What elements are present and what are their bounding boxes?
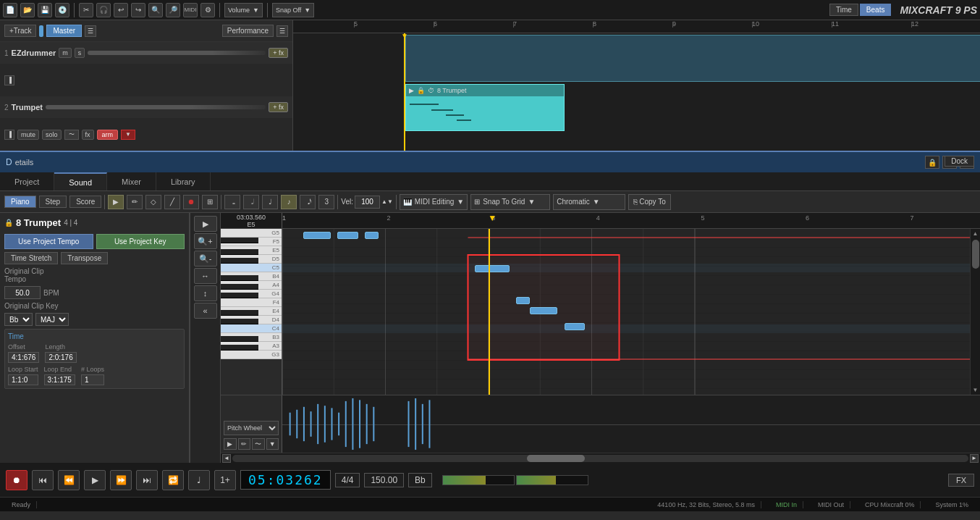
snap-to-grid-dropdown[interactable]: ⊞ Snap To Grid ▼ — [470, 194, 550, 210]
record-button[interactable]: ⏺ — [6, 470, 28, 490]
key-ds5[interactable] — [221, 249, 258, 255]
play-transport-button[interactable]: ▶ — [84, 470, 106, 490]
key-g3[interactable]: G3 — [221, 351, 282, 359]
pitch-content[interactable] — [282, 395, 980, 453]
midi-tab-score[interactable]: Score — [69, 196, 101, 208]
key-bb3[interactable] — [221, 336, 258, 342]
bpm-input[interactable] — [4, 286, 41, 299]
tab-mixer[interactable]: Mixer — [107, 172, 156, 190]
scroll-left-arrow[interactable]: ◄ — [222, 454, 231, 463]
master-button[interactable]: Master — [46, 25, 82, 37]
note-half-button[interactable]: 𝅗𝅥 — [243, 195, 259, 209]
disk-icon[interactable]: 💿 — [55, 3, 69, 17]
count-in-button[interactable]: 1+ — [214, 470, 236, 490]
volume-dropdown[interactable]: Volume ▼ — [224, 3, 263, 17]
tab-sound[interactable]: Sound — [54, 172, 107, 190]
copy-to-button[interactable]: ⎘ Copy To — [628, 194, 671, 210]
loop-button[interactable]: 🔁 — [162, 470, 184, 490]
save-icon[interactable]: 💾 — [38, 3, 52, 17]
grid-tool-button[interactable]: ⊞ — [202, 195, 218, 209]
note-3[interactable] — [365, 232, 379, 239]
note-grid[interactable] — [282, 229, 970, 395]
time-button[interactable]: Time — [829, 4, 858, 16]
scissors-icon[interactable]: ✂ — [79, 3, 93, 17]
record-tool-button[interactable]: ⏺ — [183, 195, 199, 209]
flip-h-button[interactable]: ↔ — [194, 268, 217, 284]
note-sixteenth-button[interactable]: 𝅘𝅥𝅯 — [300, 195, 316, 209]
note-e4[interactable] — [530, 307, 557, 314]
key-c5[interactable]: C5 — [221, 264, 282, 272]
scroll-down-arrow[interactable]: ▼ — [973, 387, 979, 393]
grid-scroll-h[interactable]: ◄ ► — [221, 453, 980, 463]
track-2-solo-button[interactable]: solo — [42, 130, 62, 140]
midi-tab-step[interactable]: Step — [39, 196, 67, 208]
track-1-fx-button[interactable]: + fx — [269, 48, 288, 58]
key-c4[interactable]: C4 — [221, 324, 282, 333]
draw-tool-button[interactable]: ✏ — [127, 195, 143, 209]
redo-icon[interactable]: ↪ — [131, 3, 145, 17]
new-icon[interactable]: 📄 — [3, 3, 17, 17]
key-cs5[interactable] — [221, 258, 258, 264]
scroll-h-thumb[interactable] — [527, 455, 585, 462]
chromatic-dropdown[interactable]: Chromatic ▼ — [553, 194, 625, 210]
loops-value[interactable]: 1 — [81, 374, 104, 385]
note-low[interactable] — [565, 323, 586, 330]
note-d4[interactable] — [516, 297, 530, 304]
play-button[interactable]: ▶ — [194, 216, 217, 232]
key-cs4[interactable] — [221, 319, 258, 324]
perf-expand-button[interactable]: ☰ — [276, 25, 288, 37]
track-2-volume[interactable] — [46, 105, 266, 109]
return-to-start-button[interactable]: ⏮ — [32, 470, 54, 490]
go-to-end-button[interactable]: ⏭ — [136, 470, 158, 490]
use-project-key-button[interactable]: Use Project Key — [96, 234, 185, 249]
note-c5[interactable] — [475, 265, 510, 272]
trumpet-clip[interactable]: ▶ 🔒 ⏱ 8 Trumpet — [405, 84, 565, 131]
track-2-waveform-icon[interactable]: 〜 — [64, 130, 79, 140]
note-triplet-button[interactable]: 3 — [318, 195, 334, 209]
zoom-out-button[interactable]: 🔍- — [194, 251, 217, 267]
loop-start-value[interactable]: 1:1:0 — [8, 374, 38, 385]
rewind-button[interactable]: ⏪ — [58, 470, 80, 490]
use-project-tempo-button[interactable]: Use Project Tempo — [4, 234, 93, 249]
pitch-dropdown-button[interactable]: ▼ — [266, 438, 279, 450]
open-icon[interactable]: 📂 — [20, 3, 35, 17]
note-2[interactable] — [337, 232, 358, 239]
track-2-dropdown-icon[interactable]: ▼ — [121, 130, 135, 140]
master-expand-button[interactable]: ☰ — [85, 25, 96, 37]
midi-tab-piano[interactable]: Piano — [4, 196, 36, 208]
fast-forward-button[interactable]: ⏩ — [110, 470, 132, 490]
pitch-play-button[interactable]: ▶ — [224, 438, 237, 450]
headphone-icon[interactable]: 🎧 — [96, 3, 111, 17]
undo-icon[interactable]: ↩ — [114, 3, 128, 17]
key-mode-select[interactable]: MAJ MIN — [35, 313, 69, 326]
pitch-curve-button[interactable]: 〜 — [252, 438, 265, 450]
metronome-button[interactable]: ♩ — [188, 470, 210, 490]
length-value[interactable]: 2:0:176 — [45, 352, 76, 363]
drum-clip[interactable] — [405, 35, 980, 82]
vel-arrows[interactable]: ▲▼ — [381, 198, 393, 205]
scroll-up-arrow[interactable]: ▲ — [973, 230, 979, 237]
key-fs5[interactable] — [221, 238, 258, 243]
tab-library[interactable]: Library — [156, 172, 211, 190]
loop-end-value[interactable]: 3:1:175 — [44, 374, 75, 385]
erase-tool-button[interactable]: ◇ — [145, 195, 161, 209]
collapse-button[interactable]: « — [194, 303, 217, 319]
grid-scroll-v[interactable]: ▲ ▼ — [970, 229, 980, 395]
search-icon[interactable]: 🔍 — [148, 3, 163, 17]
midi-editing-dropdown[interactable]: 🎹 MIDI Editing ▼ — [400, 194, 468, 210]
flip-v-button[interactable]: ↕ — [194, 285, 217, 301]
vel-input[interactable] — [355, 196, 380, 209]
track-2-fx-btn2[interactable]: fx — [82, 130, 94, 140]
fx-button[interactable]: FX — [948, 474, 974, 487]
key-gs3[interactable] — [221, 345, 258, 351]
midi-icon[interactable]: MIDI — [183, 3, 198, 17]
transpose-button[interactable]: Transpose — [61, 252, 108, 264]
key-f4[interactable]: F4 — [221, 298, 282, 307]
tab-project[interactable]: Project — [0, 172, 54, 190]
scroll-v-thumb[interactable] — [972, 240, 979, 269]
scroll-right-arrow[interactable]: ► — [970, 454, 979, 463]
track-1-volume[interactable] — [88, 51, 266, 55]
bpm-display[interactable]: 150.00 — [364, 473, 404, 487]
line-tool-button[interactable]: ╱ — [164, 195, 180, 209]
key-gs4[interactable] — [221, 284, 258, 290]
